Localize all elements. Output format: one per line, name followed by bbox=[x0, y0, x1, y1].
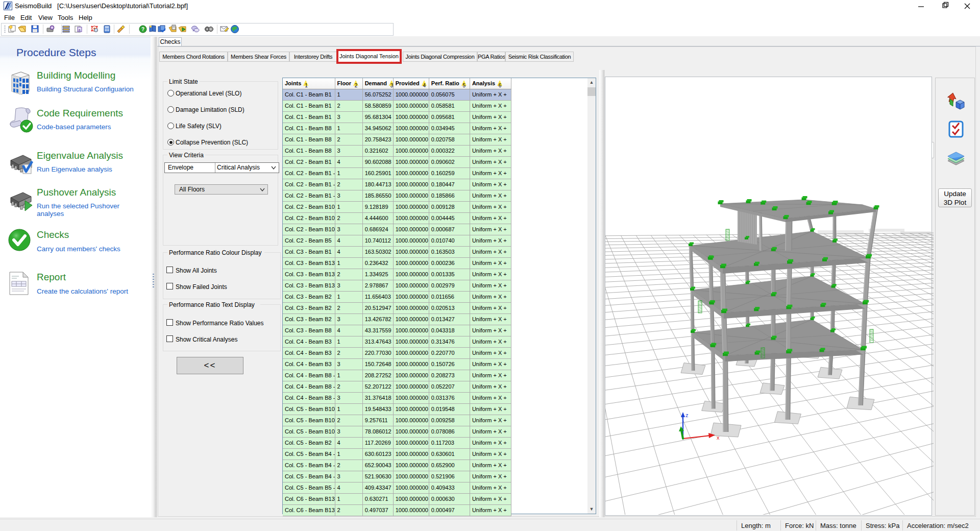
svg-text:z: z bbox=[685, 412, 689, 418]
svg-text:?: ? bbox=[141, 27, 144, 32]
svg-text:x: x bbox=[717, 435, 720, 441]
svg-text:a: a bbox=[79, 28, 81, 32]
